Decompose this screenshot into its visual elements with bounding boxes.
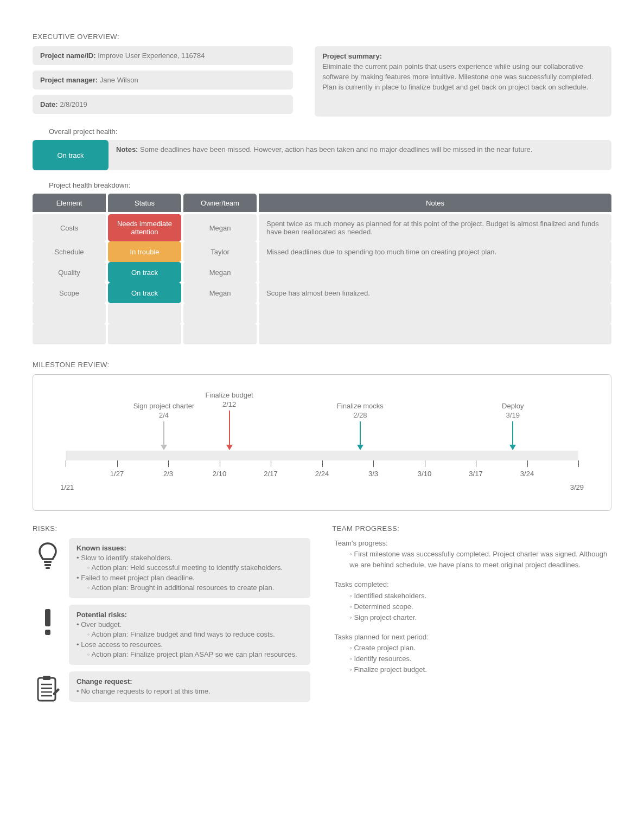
timeline-tick <box>322 460 323 467</box>
project-manager-label: Project manager: <box>40 76 98 84</box>
timeline-tick <box>66 460 66 467</box>
risk-item: Lose access to resources. <box>76 640 303 650</box>
table-row: QualityOn trackMegan <box>33 262 611 283</box>
cell-element <box>33 324 106 344</box>
svg-rect-5 <box>38 678 55 701</box>
cell-status: On track <box>108 262 181 283</box>
axis-label: 1/27 <box>110 470 124 478</box>
list-item: Determined scope. <box>334 601 611 612</box>
breakdown-header-row: Element Status Owner/team Notes <box>33 194 611 212</box>
axis-label: 2/10 <box>213 470 226 478</box>
timeline-tick <box>220 460 220 467</box>
timeline-tick <box>117 460 118 467</box>
risk-body: Potential risks:Over budget.Action plan:… <box>69 605 310 665</box>
timeline-tick <box>271 460 271 467</box>
col-notes: Notes <box>259 194 611 212</box>
risk-body: Change request:No change requests to rep… <box>69 671 310 702</box>
cell-owner: Megan <box>183 262 257 283</box>
team-progress-label: Team's progress: <box>334 539 388 547</box>
list-item: Identify resources. <box>334 653 611 664</box>
svg-rect-4 <box>45 630 50 635</box>
svg-rect-2 <box>46 567 50 569</box>
project-summary-box: Project summary: Eliminate the current p… <box>315 46 611 117</box>
cell-notes: Scope has almost been finalized. <box>259 283 611 303</box>
svg-rect-3 <box>45 609 50 626</box>
risk-item: Over budget. <box>76 620 303 630</box>
list-item: Identified stakeholders. <box>334 591 611 601</box>
section-executive-title: EXECUTIVE OVERVIEW: <box>33 33 611 41</box>
cell-notes: Missed deadlines due to spending too muc… <box>259 241 611 262</box>
cell-owner <box>183 303 257 324</box>
table-row: ScheduleIn troubleTaylorMissed deadlines… <box>33 241 611 262</box>
table-row <box>33 324 611 344</box>
cell-element <box>33 303 106 324</box>
clipboard-icon <box>33 671 62 703</box>
cell-owner: Taylor <box>183 241 257 262</box>
cell-status: On track <box>108 283 181 303</box>
milestone-arrow <box>512 421 513 450</box>
overall-health-notes-label: Notes: <box>116 145 138 153</box>
axis-label: 3/3 <box>368 470 378 478</box>
breakdown-title: Project health breakdown: <box>49 181 611 189</box>
table-row <box>33 303 611 324</box>
axis-label: 3/17 <box>469 470 482 478</box>
exclamation-icon <box>33 605 62 636</box>
overall-health-notes: Notes: Some deadlines have been missed. … <box>103 140 611 170</box>
change-request-block: Change request:No change requests to rep… <box>33 671 310 703</box>
axis-end: 3/29 <box>570 483 584 491</box>
cell-owner <box>183 324 257 344</box>
overall-health-notes-value: Some deadlines have been missed. However… <box>140 145 532 153</box>
table-row: CostsNeeds immediate attentionMeganSpent… <box>33 214 611 241</box>
team-body: Team's progress: First milestone was suc… <box>332 538 611 676</box>
axis-label: 2/17 <box>264 470 277 478</box>
timeline-tick <box>425 460 425 467</box>
cell-element: Quality <box>33 262 106 283</box>
milestone-arrow <box>229 411 230 450</box>
risks-title: RISKS: <box>33 524 310 533</box>
team-title: TEAM PROGRESS: <box>332 524 611 533</box>
cell-element: Schedule <box>33 241 106 262</box>
cell-owner: Megan <box>183 283 257 303</box>
list-item: Finalize project budget. <box>334 664 611 675</box>
tasks-completed-label: Tasks completed: <box>334 580 388 588</box>
table-row: ScopeOn trackMeganScope has almost been … <box>33 283 611 303</box>
col-element: Element <box>33 194 106 212</box>
svg-rect-6 <box>43 676 50 680</box>
tasks-planned-label: Tasks planned for next period: <box>334 633 428 641</box>
risk-action: Action plan: Held successful meeting to … <box>76 563 303 573</box>
col-status: Status <box>108 194 181 212</box>
project-name-field: Project name/ID: Improve User Experience… <box>33 46 293 65</box>
list-item: Create project plan. <box>334 643 611 653</box>
cell-element: Costs <box>33 214 106 241</box>
project-manager-value: Jane Wilson <box>100 76 138 84</box>
bottom-columns: RISKS: Known issues:Slow to identify sta… <box>33 524 611 709</box>
milestone-label: Finalize budget2/12 <box>206 391 253 409</box>
cell-notes: Spent twice as much money as planned for… <box>259 214 611 241</box>
project-name-label: Project name/ID: <box>40 52 96 60</box>
project-date-value: 2/8/2019 <box>60 100 87 108</box>
timeline: Sign project charter2/4Finalize budget2/… <box>49 386 595 499</box>
project-manager-field: Project manager: Jane Wilson <box>33 71 293 89</box>
project-date-field: Date: 2/8/2019 <box>33 95 293 114</box>
axis-label: 2/24 <box>315 470 329 478</box>
overall-health-title: Overall project health: <box>49 127 611 136</box>
risk-action: Action plan: Brought in additional resou… <box>76 583 303 593</box>
timeline-tick <box>476 460 476 467</box>
cell-notes <box>259 303 611 324</box>
risk-item: No change requests to report at this tim… <box>76 687 303 696</box>
cell-status <box>108 303 181 324</box>
milestone-title: MILESTONE REVIEW: <box>33 361 611 369</box>
axis-label: 3/24 <box>520 470 534 478</box>
svg-rect-1 <box>44 564 51 566</box>
risk-body: Known issues:Slow to identify stakeholde… <box>69 538 310 598</box>
timeline-tick <box>527 460 528 467</box>
milestone-arrow <box>163 421 164 450</box>
project-summary-label: Project summary: <box>322 52 382 60</box>
milestone-arrow <box>360 421 361 450</box>
lightbulb-icon <box>33 538 62 569</box>
axis-label: 3/10 <box>418 470 431 478</box>
timeline-tick <box>373 460 374 467</box>
milestone-label: Sign project charter2/4 <box>133 402 195 420</box>
risk-item: Failed to meet project plan deadline. <box>76 573 303 583</box>
cell-element: Scope <box>33 283 106 303</box>
